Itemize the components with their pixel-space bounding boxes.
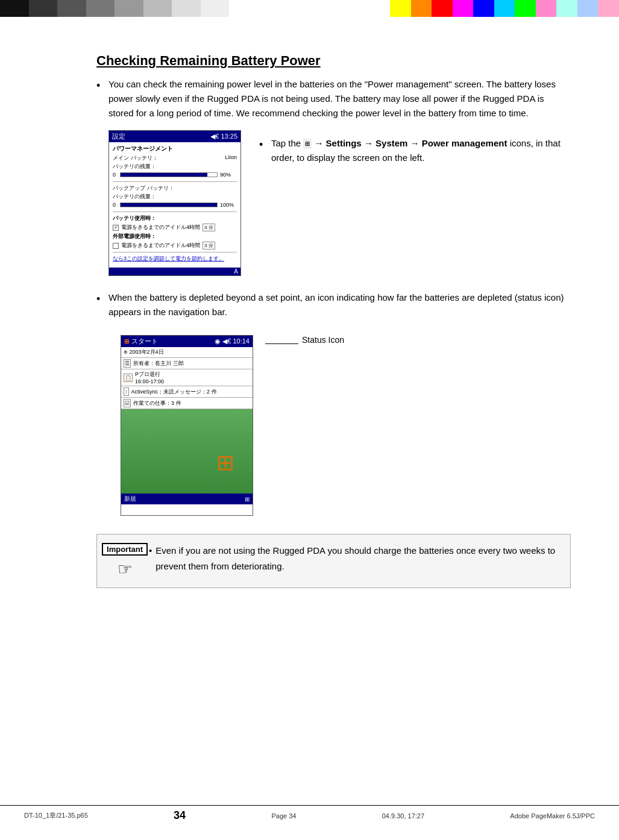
bullet-item-2: • When the battery is depleted beyond a … (96, 290, 571, 319)
pda-owner-row[interactable]: ☰ 所有者：長主川 三郎 (121, 358, 253, 369)
cal-right-blocks (390, 0, 619, 17)
important-box: Important ☞ • Even if you are not using … (96, 534, 571, 588)
right-bullet-text: Tap the ⊞ → Settings → System → Power ma… (271, 136, 571, 165)
pda-tasks-row[interactable]: ☑ 作業ての仕事：3 件 (121, 398, 253, 409)
cal-block (453, 0, 474, 17)
cal-block (473, 0, 494, 17)
pda-row-2: 電源をきるまでのアイドル4時間 3 分 (113, 242, 237, 249)
cal-block (494, 0, 515, 17)
pda-divider-1 (113, 181, 237, 182)
pda-main-battery-label: メイン バッテリ： LiIon (113, 154, 237, 162)
hand-icon: ☞ (118, 559, 133, 579)
footer-center: Page 34 (271, 812, 296, 820)
pda-main-fill (121, 173, 207, 177)
pda-backup-percent: 100% (220, 202, 237, 208)
footer-left: DT-10_1章/21-35.p65 (24, 811, 88, 820)
bullet-item-1: • You can check the remaining power leve… (96, 77, 571, 121)
pda-home-date: ⊕ 2003年2月4日 (121, 347, 253, 358)
pda-title-left: 設定 (112, 132, 125, 141)
pda-activesync-row[interactable]: ↕ ActiveSync：未読メッセージ：2 件 (121, 386, 253, 398)
owner-icon: ☰ (124, 359, 131, 368)
cal-block (57, 0, 86, 17)
page-title: Checking Remaining Battery Power (96, 53, 571, 69)
footer-right: 04.9.30, 17:27 (382, 812, 424, 820)
pda-home-desktop: ⊞ (121, 409, 253, 494)
right-bullet: • Tap the ⊞ → Settings → System → Power … (259, 136, 571, 165)
cal-block (536, 0, 557, 17)
pda-backup-fill (121, 203, 217, 207)
pda-titlebar-2: ⊞ スタート ◉ ◀€ 10:14 (121, 336, 253, 347)
calibration-bar (0, 0, 619, 17)
pda-battery-use-label: バッテリ使用時： (113, 215, 237, 222)
cal-block (390, 0, 411, 17)
pda-backup-remain-label: バッテリの残量： (113, 193, 237, 201)
pda-date-icon: ⊕ (124, 349, 130, 355)
pda-schedule-row[interactable]: 📋 Pプロ退行 16:00-17:00 (121, 369, 253, 386)
pda-ext-power-label: 外部電源使用時： (113, 233, 237, 240)
important-text: Even if you are not using the Rugged PDA… (156, 543, 558, 574)
bullet-text-2: When the battery is depleted beyond a se… (108, 290, 571, 319)
pda-footer-1: A (109, 268, 240, 275)
bullet-dot-2: • (96, 290, 108, 308)
page-number: 34 (174, 809, 186, 822)
cal-block (577, 0, 599, 17)
right-instruction-text: • Tap the ⊞ → Settings → System → Power … (259, 130, 571, 165)
schedule-icon: 📋 (124, 374, 133, 382)
pda-icon-symbol: ⊞ (303, 139, 312, 149)
cal-block (172, 0, 201, 17)
pda-backup-label: バックアップ バッテリ： (113, 184, 237, 192)
pda-title-right: ◀€ 13:25 (210, 133, 237, 140)
second-section: • When the battery is depleted beyond a … (96, 290, 571, 319)
cal-block (29, 0, 58, 17)
cal-block (143, 0, 172, 17)
pda-screenshot-2-container: ⊞ スタート ◉ ◀€ 10:14 ⊕ 2003年2月4日 ☰ 所有者：長主川 … (108, 329, 253, 516)
pda-main-progress: 0 90% (113, 172, 237, 178)
pda-dropdown-1[interactable]: 3 分 (203, 224, 215, 231)
pda-dropdown-2[interactable]: 3 分 (203, 242, 215, 249)
two-col-layout: 設定 ◀€ 13:25 パワーマネージメント メイン バッテリ： LiIon バ… (108, 130, 571, 276)
cal-block (0, 0, 29, 17)
cal-block (598, 0, 619, 17)
windows-logo: ⊞ (216, 450, 234, 475)
important-content: • Even if you are not using the Rugged P… (149, 543, 558, 579)
pda-main-percent: 90% (220, 172, 237, 178)
cal-block (411, 0, 432, 17)
important-icon-area: Important ☞ (107, 543, 143, 579)
pda-body-1: パワーマネージメント メイン バッテリ： LiIon バッテリの残量： 0 90… (109, 142, 240, 265)
pda-divider-3 (113, 252, 237, 252)
bullet-text-1: You can check the remaining power level … (108, 77, 571, 121)
cal-left-blocks (0, 0, 229, 17)
cal-block (201, 0, 230, 17)
screenshot-row: ⊞ スタート ◉ ◀€ 10:14 ⊕ 2003年2月4日 ☰ 所有者：長主川 … (96, 329, 571, 516)
cal-block (86, 0, 115, 17)
cal-block (556, 0, 577, 17)
important-bullet-dot: • (149, 543, 152, 559)
pda-main-remain-label: バッテリの残量： (113, 163, 237, 171)
page-footer: DT-10_1章/21-35.p65 34 Page 34 04.9.30, 1… (0, 805, 619, 822)
pda-main-bar (120, 172, 218, 177)
status-icon-line (265, 343, 298, 344)
pda-taskbar: 新規 ⊞ (121, 494, 253, 504)
pda-section-power: パワーマネージメント (113, 145, 237, 153)
cal-block (432, 0, 453, 17)
pda-checkbox-1 (113, 225, 119, 231)
pda-link[interactable]: なら3この設定を調節して電力を節約します。 (113, 255, 237, 263)
pda-screenshot-2: ⊞ スタート ◉ ◀€ 10:14 ⊕ 2003年2月4日 ☰ 所有者：長主川 … (121, 335, 253, 516)
cal-block (515, 0, 536, 17)
pda-checkbox-2 (113, 243, 119, 249)
right-bullet-dot: • (259, 136, 271, 154)
status-icon-area: Status Icon (265, 329, 344, 345)
pda-divider-2 (113, 212, 237, 212)
pda-backup-progress: 0 100% (113, 202, 237, 208)
pda-titlebar-1: 設定 ◀€ 13:25 (109, 131, 240, 142)
pda-start-btn[interactable]: ⊞ スタート (124, 337, 158, 346)
activesync-icon: ↕ (124, 387, 129, 396)
page-content: Checking Remaining Battery Power • You c… (0, 17, 619, 624)
pda-screenshot-1: 設定 ◀€ 13:25 パワーマネージメント メイン バッテリ： LiIon バ… (108, 130, 241, 276)
status-icon-label: Status Icon (302, 335, 344, 345)
cal-block (115, 0, 143, 17)
pda-backup-bar (120, 202, 218, 207)
important-badge: Important (102, 543, 148, 556)
footer-app: Adobe PageMaker 6.5J/PPC (510, 812, 595, 820)
bullet-dot-1: • (96, 77, 108, 95)
